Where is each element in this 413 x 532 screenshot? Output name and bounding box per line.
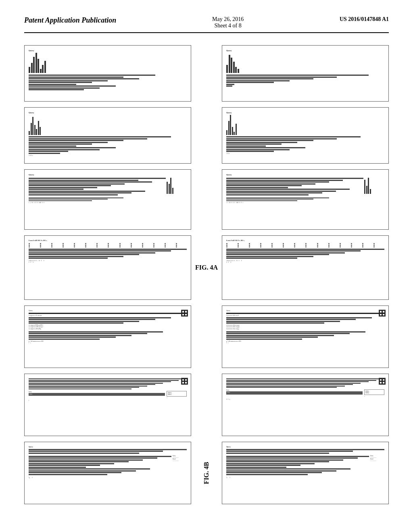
panel-5-left: ⊞ Query I coogoooos s s0 conooons n ( co… <box>24 305 191 368</box>
publication-title: Patent Application Publication <box>24 16 116 25</box>
panel-3-right: Query <box>222 169 389 230</box>
panel-7-left: Query <box>24 442 191 504</box>
figure-row-1: Query <box>24 45 389 102</box>
sheet: Sheet 4 of 8 <box>212 23 244 29</box>
date-sheet: May 26, 2016 Sheet 4 of 8 <box>212 16 244 29</box>
panel-5-right: ⊞ Query I (ooooooos c3s0c oooo 0 n (oooo… <box>222 305 389 368</box>
hash-symbol-right-5: ⊞ <box>378 308 386 319</box>
fig-label-area: FIG. 4A <box>194 264 219 271</box>
panel-7-right: Query <box>222 442 389 504</box>
fig4b-container: FIG. 4B <box>194 462 219 484</box>
patent-number: US 2016/0147848 A1 <box>340 16 389 23</box>
figure-row-2: Query <box>24 107 389 164</box>
figure-row-7: Query <box>24 442 389 504</box>
hash-symbol-left-6: ⊞ <box>180 376 188 387</box>
panel-4-left: 0 ooos 0 u00 3SE 0 s. 001 s. <box>24 235 191 300</box>
figure-row-6: ⊞ Query Select <box>24 374 389 436</box>
page-container: Patent Application Publication May 26, 2… <box>0 0 413 532</box>
panel-2-right: Query <box>222 107 389 164</box>
panel-1-left: Query <box>24 45 191 102</box>
panel-6-right: ⊞ Query Select <box>222 374 389 436</box>
figure-row-3: Query <box>24 169 389 230</box>
figure-row-5: ⊞ Query I coogoooos s s0 conooons n ( co… <box>24 305 389 368</box>
fig4b-label: FIG. 4B <box>203 462 210 484</box>
fig4a-label: FIG. 4A <box>195 264 218 271</box>
panel-6-left: ⊞ Query Select <box>24 374 191 436</box>
panel-4-right: 0 ooos 0 a00 3SE 0 s. 001 s. <box>222 235 389 300</box>
figure-row-4: 0 ooos 0 u00 3SE 0 s. 001 s. <box>24 235 389 300</box>
page-header: Patent Application Publication May 26, 2… <box>24 16 389 33</box>
panel-1-right: Query <box>222 45 389 102</box>
date: May 26, 2016 <box>212 16 244 23</box>
panel-3-left: Query <box>24 169 191 230</box>
hash-symbol-right-6: ⊞ <box>378 376 386 387</box>
hash-symbol-left-5: ⊞ <box>180 308 188 319</box>
panel-2-left: Query <box>24 107 191 164</box>
